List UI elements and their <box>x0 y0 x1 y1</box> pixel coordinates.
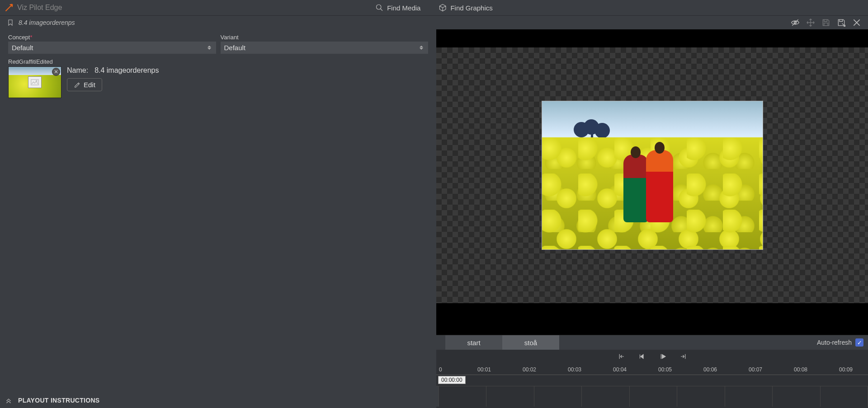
track-cell[interactable] <box>486 386 534 407</box>
visibility-off-button[interactable] <box>791 18 800 27</box>
save-icon <box>821 18 830 27</box>
transport-controls <box>436 350 868 365</box>
move-icon <box>806 18 815 27</box>
media-item-row: ✕ Name: 8.4 imageorderenps Edit <box>8 66 428 98</box>
pencil-icon <box>74 81 81 89</box>
ruler-tick: 0 <box>439 366 442 373</box>
search-icon <box>375 4 383 12</box>
skip-forward-icon <box>679 352 688 361</box>
find-graphics-button[interactable]: Find Graphics <box>439 4 492 12</box>
variant-value: Default <box>224 44 246 52</box>
chevron-up-double-icon <box>5 396 13 404</box>
track-cell[interactable] <box>439 386 486 407</box>
track-cell[interactable] <box>677 386 725 407</box>
edit-label: Edit <box>84 81 95 89</box>
timeline-marker[interactable]: 00:00:00 <box>438 376 466 384</box>
name-label: Name: <box>67 66 88 75</box>
chevron-updown-icon <box>206 46 212 50</box>
track-cell[interactable] <box>630 386 677 407</box>
ruler-tick: 00:05 <box>658 366 672 373</box>
ruler-tick: 00:01 <box>477 366 491 373</box>
ruler-tick: 00:02 <box>523 366 536 373</box>
remove-media-button[interactable]: ✕ <box>52 68 60 76</box>
name-value: 8.4 imageorderenps <box>94 66 159 75</box>
edit-button[interactable]: Edit <box>67 78 102 91</box>
preview-image <box>542 101 763 250</box>
play-icon <box>659 352 667 361</box>
ruler-tick: 00:08 <box>794 366 807 373</box>
concept-dropdown[interactable]: Default <box>8 42 216 54</box>
app-logo: Viz Pilot Edge <box>5 3 62 12</box>
eye-off-icon <box>791 18 800 27</box>
bookmark-icon <box>7 19 14 26</box>
ruler-tick: 00:06 <box>703 366 717 373</box>
find-media-label: Find Media <box>387 4 420 12</box>
top-bar: Viz Pilot Edge Find Media Find Graphics <box>0 0 868 16</box>
playout-instructions-toggle[interactable]: PLAYOUT INSTRUCTIONS <box>0 396 436 404</box>
track-cell[interactable] <box>773 386 820 407</box>
ruler-tick: 00:09 <box>839 366 853 373</box>
save-button[interactable] <box>821 18 830 27</box>
svg-rect-2 <box>31 80 39 85</box>
svg-point-3 <box>36 80 37 81</box>
media-field-label: RedGraffitiEdited <box>8 58 428 65</box>
timeline-track[interactable] <box>436 386 868 407</box>
step-back-button[interactable] <box>638 352 646 362</box>
arrow-logo-icon <box>5 3 14 12</box>
main: Concept* Default Variant Default RedGraf… <box>0 29 868 408</box>
concept-label: Concept* <box>8 34 216 41</box>
cube-icon <box>439 4 447 12</box>
skip-back-button[interactable] <box>617 352 625 362</box>
ruler-tick: 00:04 <box>613 366 627 373</box>
left-panel: Concept* Default Variant Default RedGraf… <box>0 29 436 408</box>
timeline-ruler: 000:0100:0200:0300:0400:0500:0600:0700:0… <box>436 365 868 375</box>
breadcrumb-bar: 8.4 imageorderenps <box>0 16 868 29</box>
breadcrumb: 8.4 imageorderenps <box>7 19 75 26</box>
skip-back-icon <box>617 352 625 361</box>
ruler-tick: 00:07 <box>749 366 762 373</box>
track-cell[interactable] <box>534 386 582 407</box>
image-placeholder-icon <box>28 76 42 88</box>
app-title: Viz Pilot Edge <box>17 4 62 12</box>
track-cell[interactable] <box>821 386 868 407</box>
breadcrumb-title: 8.4 imageorderenps <box>19 19 75 26</box>
auto-refresh-checkbox[interactable]: ✓ <box>855 338 863 347</box>
variant-dropdown[interactable]: Default <box>221 42 429 54</box>
find-media-button[interactable]: Find Media <box>375 4 420 12</box>
toolbar-icons <box>791 18 861 27</box>
preview-area <box>436 29 868 335</box>
tab-start[interactable]: start <box>445 335 502 350</box>
chevron-updown-icon <box>418 46 425 50</box>
playout-label: PLAYOUT INSTRUCTIONS <box>18 397 100 404</box>
close-icon <box>852 18 861 27</box>
controls-bar: start stoå Auto-refresh ✓ 000:0100:0200:… <box>436 335 868 408</box>
ruler-tick: 00:03 <box>568 366 581 373</box>
track-cell[interactable] <box>725 386 773 407</box>
save-as-icon <box>837 18 846 27</box>
move-button[interactable] <box>806 18 815 27</box>
timeline[interactable]: 000:0100:0200:0300:0400:0500:0600:0700:0… <box>436 365 868 408</box>
media-thumbnail[interactable]: ✕ <box>8 66 61 98</box>
find-graphics-label: Find Graphics <box>450 4 492 12</box>
tab-stop[interactable]: stoå <box>502 335 559 350</box>
close-button[interactable] <box>852 18 861 27</box>
auto-refresh-label: Auto-refresh <box>817 339 852 346</box>
save-as-button[interactable] <box>837 18 846 27</box>
variant-label: Variant <box>221 34 429 41</box>
concept-value: Default <box>12 44 33 52</box>
play-button[interactable] <box>659 352 667 362</box>
step-back-icon <box>638 352 646 361</box>
skip-forward-button[interactable] <box>679 352 688 362</box>
svg-point-0 <box>376 5 381 9</box>
right-panel: start stoå Auto-refresh ✓ 000:0100:0200:… <box>436 29 868 408</box>
track-cell[interactable] <box>582 386 629 407</box>
